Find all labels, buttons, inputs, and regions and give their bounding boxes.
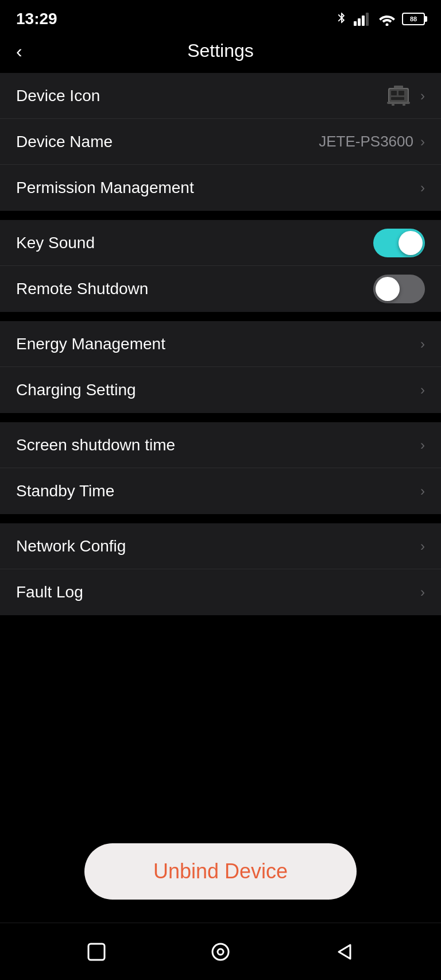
key-sound-knob xyxy=(399,231,423,255)
permission-management-item[interactable]: Permission Management › xyxy=(0,165,441,211)
chevron-icon: › xyxy=(420,134,425,150)
svg-rect-12 xyxy=(392,104,394,106)
remote-shutdown-toggle[interactable] xyxy=(373,275,425,303)
unbind-device-button[interactable]: Unbind Device xyxy=(84,843,357,900)
svg-rect-13 xyxy=(403,104,405,106)
svg-rect-3 xyxy=(366,13,369,26)
svg-rect-7 xyxy=(391,91,397,95)
svg-rect-8 xyxy=(399,91,404,95)
back-triangle-icon xyxy=(333,940,356,963)
network-config-item[interactable]: Network Config › xyxy=(0,523,441,569)
chevron-icon: › xyxy=(420,584,425,600)
section-sound: Key Sound Remote Shutdown xyxy=(0,220,441,312)
settings-content: Device Icon › xyxy=(0,73,441,615)
signal-icon xyxy=(354,12,372,26)
svg-rect-9 xyxy=(391,97,404,100)
bottom-nav xyxy=(0,923,441,980)
svg-rect-10 xyxy=(394,86,403,88)
permission-management-label: Permission Management xyxy=(16,179,194,197)
unbind-section: Unbind Device xyxy=(0,832,441,911)
svg-point-4 xyxy=(386,24,389,26)
page-header: ‹ Settings xyxy=(0,34,441,73)
device-name-item[interactable]: Device Name JETE-PS3600 › xyxy=(0,119,441,165)
standby-time-item[interactable]: Standby Time › xyxy=(0,468,441,514)
device-name-label: Device Name xyxy=(16,133,113,151)
chevron-icon: › xyxy=(420,483,425,499)
nav-back-button[interactable] xyxy=(330,937,359,966)
remote-shutdown-knob xyxy=(376,277,400,301)
fault-log-label: Fault Log xyxy=(16,583,83,601)
chevron-icon: › xyxy=(420,437,425,453)
svg-rect-2 xyxy=(362,16,365,26)
energy-management-item[interactable]: Energy Management › xyxy=(0,321,441,367)
section-device-info: Device Icon › xyxy=(0,73,441,211)
chevron-icon: › xyxy=(420,88,425,104)
device-thumbnail xyxy=(384,81,413,111)
standby-time-label: Standby Time xyxy=(16,482,114,500)
screen-shutdown-time-label: Screen shutdown time xyxy=(16,436,175,454)
permission-management-right: › xyxy=(420,180,425,196)
section-network: Network Config › Fault Log › xyxy=(0,523,441,615)
device-icon-right: › xyxy=(384,81,425,111)
device-svg-icon xyxy=(384,81,413,111)
status-time: 13:29 xyxy=(16,10,57,28)
device-name-value: JETE-PS3600 xyxy=(319,133,413,151)
key-sound-label: Key Sound xyxy=(16,234,95,252)
svg-rect-14 xyxy=(88,944,105,960)
svg-rect-11 xyxy=(387,102,410,104)
nav-square-button[interactable] xyxy=(82,937,111,966)
section-gap-1 xyxy=(0,211,441,220)
network-config-label: Network Config xyxy=(16,537,126,555)
home-circle-icon xyxy=(209,940,232,963)
nav-home-button[interactable] xyxy=(206,937,235,966)
section-gap-3 xyxy=(0,413,441,422)
svg-marker-17 xyxy=(339,945,350,959)
svg-rect-0 xyxy=(354,21,357,26)
energy-management-label: Energy Management xyxy=(16,335,165,353)
remote-shutdown-label: Remote Shutdown xyxy=(16,280,148,298)
section-energy: Energy Management › Charging Setting › xyxy=(0,321,441,413)
bluetooth-icon xyxy=(335,11,348,27)
key-sound-item[interactable]: Key Sound xyxy=(0,220,441,266)
chevron-icon: › xyxy=(420,180,425,196)
chevron-icon: › xyxy=(420,336,425,352)
section-gap-4 xyxy=(0,514,441,523)
section-gap-2 xyxy=(0,312,441,321)
svg-point-16 xyxy=(218,949,223,955)
remote-shutdown-item[interactable]: Remote Shutdown xyxy=(0,266,441,312)
back-button[interactable]: ‹ xyxy=(16,42,22,60)
svg-rect-1 xyxy=(358,18,361,26)
chevron-icon: › xyxy=(420,538,425,554)
charging-setting-label: Charging Setting xyxy=(16,381,136,399)
charging-setting-item[interactable]: Charging Setting › xyxy=(0,367,441,413)
screen-shutdown-time-item[interactable]: Screen shutdown time › xyxy=(0,422,441,468)
key-sound-toggle[interactable] xyxy=(373,229,425,257)
square-icon xyxy=(85,940,108,963)
svg-point-15 xyxy=(212,944,229,960)
chevron-icon: › xyxy=(420,382,425,398)
device-icon-item[interactable]: Device Icon › xyxy=(0,73,441,119)
status-bar: 13:29 88 xyxy=(0,0,441,34)
page-title: Settings xyxy=(187,40,254,61)
wifi-icon xyxy=(378,12,396,26)
status-icons: 88 xyxy=(335,11,425,27)
device-name-right: JETE-PS3600 › xyxy=(319,133,425,151)
fault-log-item[interactable]: Fault Log › xyxy=(0,569,441,615)
device-icon-label: Device Icon xyxy=(16,87,100,105)
battery-indicator: 88 xyxy=(402,13,425,25)
section-time: Screen shutdown time › Standby Time › xyxy=(0,422,441,514)
